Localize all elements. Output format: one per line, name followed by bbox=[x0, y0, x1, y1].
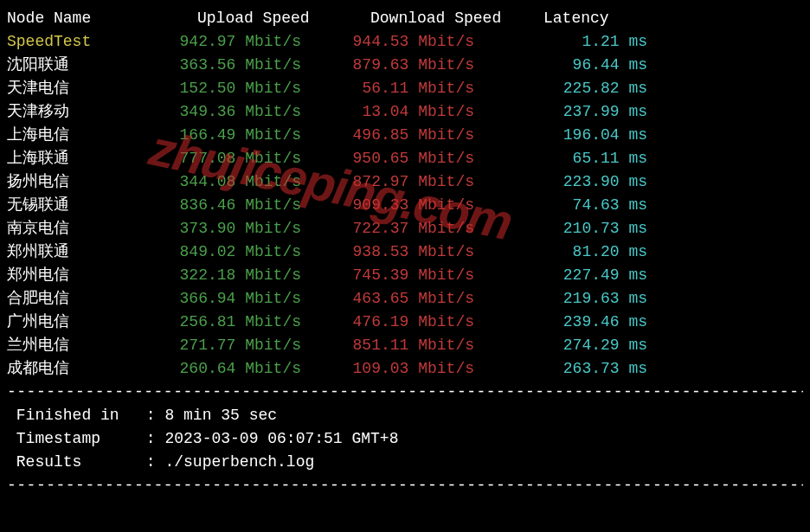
download-speed: 56.11 Mbit/s bbox=[336, 77, 509, 100]
node-name: 成都电信 bbox=[7, 357, 163, 381]
data-row: 无锡联通836.46 Mbit/s909.33 Mbit/s74.63 ms bbox=[7, 194, 803, 217]
download-speed: 879.63 Mbit/s bbox=[336, 54, 509, 77]
header-download: Download Speed bbox=[336, 7, 509, 30]
download-speed: 745.39 Mbit/s bbox=[336, 264, 509, 287]
data-row: 广州电信256.81 Mbit/s476.19 Mbit/s239.46 ms bbox=[7, 311, 803, 334]
footer-timestamp: Timestamp: 2023-03-09 06:07:51 GMT+8 bbox=[7, 427, 803, 451]
latency-value: 219.63 ms bbox=[509, 287, 682, 311]
node-name: 上海联通 bbox=[7, 147, 163, 170]
header-row: Node Name Upload Speed Download Speed La… bbox=[7, 7, 803, 30]
node-name: 扬州电信 bbox=[7, 170, 163, 194]
header-node: Node Name bbox=[7, 7, 163, 30]
data-row: 兰州电信271.77 Mbit/s851.11 Mbit/s274.29 ms bbox=[7, 334, 803, 357]
latency-value: 223.90 ms bbox=[509, 170, 682, 194]
download-speed: 950.65 Mbit/s bbox=[336, 147, 509, 170]
download-speed: 463.65 Mbit/s bbox=[336, 287, 509, 311]
download-speed: 909.33 Mbit/s bbox=[336, 194, 509, 217]
download-speed: 722.37 Mbit/s bbox=[336, 217, 509, 240]
latency-value: 196.04 ms bbox=[509, 124, 682, 147]
speedtest-row: SpeedTest 942.97 Mbit/s 944.53 Mbit/s 1.… bbox=[7, 30, 803, 54]
data-rows-container: 沈阳联通363.56 Mbit/s879.63 Mbit/s96.44 ms天津… bbox=[7, 54, 803, 381]
node-name: 郑州联通 bbox=[7, 240, 163, 264]
node-name: 合肥电信 bbox=[7, 287, 163, 311]
data-row: 成都电信260.64 Mbit/s109.03 Mbit/s263.73 ms bbox=[7, 357, 803, 381]
latency-value: 74.63 ms bbox=[509, 194, 682, 217]
upload-speed: 271.77 Mbit/s bbox=[163, 334, 336, 357]
node-name: 南京电信 bbox=[7, 217, 163, 240]
upload-speed: 152.50 Mbit/s bbox=[163, 77, 336, 100]
finished-value: 8 min 35 sec bbox=[164, 407, 277, 424]
upload-speed: 777.08 Mbit/s bbox=[163, 147, 336, 170]
download-speed: 476.19 Mbit/s bbox=[336, 311, 509, 334]
latency-value: 96.44 ms bbox=[509, 54, 682, 77]
upload-speed: 256.81 Mbit/s bbox=[163, 311, 336, 334]
speedtest-download: 944.53 Mbit/s bbox=[336, 30, 509, 54]
data-row: 郑州联通849.02 Mbit/s938.53 Mbit/s81.20 ms bbox=[7, 240, 803, 264]
data-row: 上海电信166.49 Mbit/s496.85 Mbit/s196.04 ms bbox=[7, 124, 803, 147]
timestamp-label: Timestamp bbox=[16, 427, 146, 451]
latency-value: 210.73 ms bbox=[509, 217, 682, 240]
latency-value: 65.11 ms bbox=[509, 147, 682, 170]
node-name: 兰州电信 bbox=[7, 334, 163, 357]
upload-speed: 166.49 Mbit/s bbox=[163, 124, 336, 147]
node-name: 无锡联通 bbox=[7, 194, 163, 217]
timestamp-value: 2023-03-09 06:07:51 GMT+8 bbox=[164, 430, 398, 447]
upload-speed: 344.08 Mbit/s bbox=[163, 170, 336, 194]
speedtest-latency: 1.21 ms bbox=[509, 30, 682, 54]
upload-speed: 349.36 Mbit/s bbox=[163, 100, 336, 124]
latency-value: 263.73 ms bbox=[509, 357, 682, 381]
node-name: 上海电信 bbox=[7, 124, 163, 147]
node-name: 广州电信 bbox=[7, 311, 163, 334]
footer-finished: Finished in: 8 min 35 sec bbox=[7, 404, 803, 427]
latency-value: 225.82 ms bbox=[509, 77, 682, 100]
data-row: 合肥电信366.94 Mbit/s463.65 Mbit/s219.63 ms bbox=[7, 287, 803, 311]
node-name: 天津电信 bbox=[7, 77, 163, 100]
latency-value: 274.29 ms bbox=[509, 334, 682, 357]
node-name: 天津移动 bbox=[7, 100, 163, 124]
upload-speed: 836.46 Mbit/s bbox=[163, 194, 336, 217]
download-speed: 851.11 Mbit/s bbox=[336, 334, 509, 357]
upload-speed: 373.90 Mbit/s bbox=[163, 217, 336, 240]
data-row: 南京电信373.90 Mbit/s722.37 Mbit/s210.73 ms bbox=[7, 217, 803, 240]
speedtest-node: SpeedTest bbox=[7, 30, 163, 54]
footer-results: Results: ./superbench.log bbox=[7, 451, 803, 474]
divider-line-bottom: ----------------------------------------… bbox=[7, 474, 803, 497]
latency-value: 237.99 ms bbox=[509, 100, 682, 124]
latency-value: 239.46 ms bbox=[509, 311, 682, 334]
divider-line: ----------------------------------------… bbox=[7, 381, 803, 404]
finished-label: Finished in bbox=[16, 404, 146, 427]
data-row: 沈阳联通363.56 Mbit/s879.63 Mbit/s96.44 ms bbox=[7, 54, 803, 77]
download-speed: 938.53 Mbit/s bbox=[336, 240, 509, 264]
download-speed: 872.97 Mbit/s bbox=[336, 170, 509, 194]
node-name: 郑州电信 bbox=[7, 264, 163, 287]
upload-speed: 322.18 Mbit/s bbox=[163, 264, 336, 287]
latency-value: 227.49 ms bbox=[509, 264, 682, 287]
header-upload: Upload Speed bbox=[163, 7, 336, 30]
upload-speed: 366.94 Mbit/s bbox=[163, 287, 336, 311]
data-row: 天津移动349.36 Mbit/s13.04 Mbit/s237.99 ms bbox=[7, 100, 803, 124]
data-row: 天津电信152.50 Mbit/s56.11 Mbit/s225.82 ms bbox=[7, 77, 803, 100]
speedtest-upload: 942.97 Mbit/s bbox=[163, 30, 336, 54]
terminal-output: Node Name Upload Speed Download Speed La… bbox=[7, 7, 803, 497]
upload-speed: 363.56 Mbit/s bbox=[163, 54, 336, 77]
results-label: Results bbox=[16, 451, 146, 474]
data-row: 上海联通777.08 Mbit/s950.65 Mbit/s65.11 ms bbox=[7, 147, 803, 170]
download-speed: 109.03 Mbit/s bbox=[336, 357, 509, 381]
data-row: 郑州电信322.18 Mbit/s745.39 Mbit/s227.49 ms bbox=[7, 264, 803, 287]
upload-speed: 260.64 Mbit/s bbox=[163, 357, 336, 381]
upload-speed: 849.02 Mbit/s bbox=[163, 240, 336, 264]
results-value: ./superbench.log bbox=[164, 453, 314, 471]
latency-value: 81.20 ms bbox=[509, 240, 682, 264]
header-latency: Latency bbox=[509, 7, 682, 30]
download-speed: 13.04 Mbit/s bbox=[336, 100, 509, 124]
download-speed: 496.85 Mbit/s bbox=[336, 124, 509, 147]
node-name: 沈阳联通 bbox=[7, 54, 163, 77]
data-row: 扬州电信344.08 Mbit/s872.97 Mbit/s223.90 ms bbox=[7, 170, 803, 194]
